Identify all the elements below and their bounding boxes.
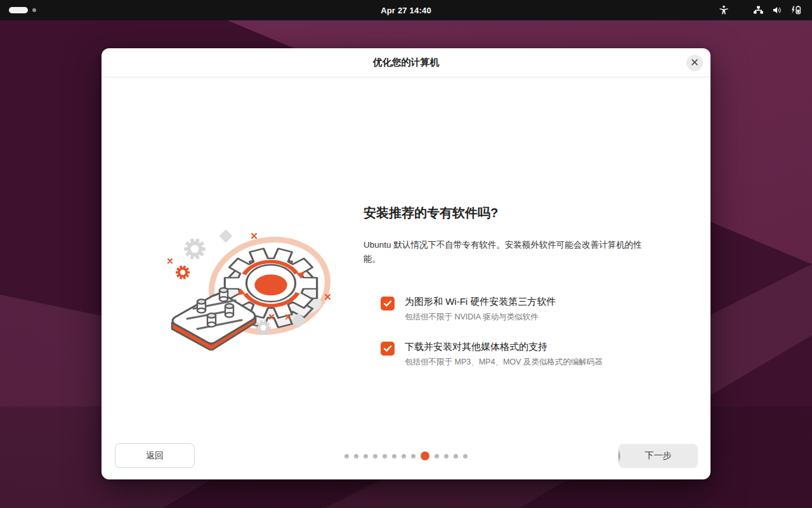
battery-charging-icon[interactable] [787, 0, 806, 20]
page-dot [463, 454, 468, 458]
page-dot [383, 454, 387, 458]
page-dot [363, 454, 368, 458]
option-sublabel: 包括但不限于 MP3、MP4、MOV 及类似格式的编解码器 [405, 357, 603, 368]
options-list: 为图形和 Wi-Fi 硬件安装第三方软件 包括但不限于 NVIDIA 驱动与类似… [381, 296, 655, 368]
next-button[interactable]: 下一步 [619, 444, 698, 468]
window-title: 优化您的计算机 [373, 57, 440, 69]
installer-window: 优化您的计算机 [102, 48, 710, 479]
page-dot [454, 454, 458, 458]
option-sublabel: 包括但不限于 NVIDIA 驱动与类似软件 [405, 312, 556, 323]
page-heading: 安装推荐的专有软件吗? [363, 204, 655, 222]
network-wired-icon[interactable] [749, 0, 768, 20]
option-media-formats[interactable]: 下载并安装对其他媒体格式的支持 包括但不限于 MP3、MP4、MOV 及类似格式… [381, 341, 655, 368]
clock[interactable]: Apr 27 14:40 [381, 6, 431, 15]
checkmark-icon [383, 300, 392, 307]
system-status-area[interactable] [714, 0, 806, 20]
page-dot [402, 454, 406, 458]
option-third-party-drivers[interactable]: 为图形和 Wi-Fi 硬件安装第三方软件 包括但不限于 NVIDIA 驱动与类似… [381, 296, 655, 323]
option-text: 下载并安装对其他媒体格式的支持 包括但不限于 MP3、MP4、MOV 及类似格式… [405, 341, 603, 368]
workspace-dot[interactable] [32, 8, 36, 12]
close-icon [691, 58, 698, 68]
page-dot [435, 454, 439, 458]
page-text-column: 安装推荐的专有软件吗? Ubuntu 默认情况下不自带专有软件。安装额外软件可能… [363, 204, 655, 368]
workspace-indicator[interactable] [9, 7, 36, 13]
page-description: Ubuntu 默认情况下不自带专有软件。安装额外软件可能会改善计算机的性能。 [363, 238, 650, 265]
page-dot [444, 454, 449, 458]
page-dot [354, 454, 358, 458]
close-button[interactable] [686, 55, 703, 71]
page-dot [411, 454, 416, 458]
active-workspace-pill[interactable] [9, 7, 28, 13]
option-text: 为图形和 Wi-Fi 硬件安装第三方软件 包括但不限于 NVIDIA 驱动与类似… [405, 296, 556, 323]
checkbox-media-formats[interactable] [381, 342, 395, 356]
checkmark-icon [383, 345, 392, 352]
option-label: 下载并安装对其他媒体格式的支持 [405, 341, 603, 353]
window-titlebar[interactable]: 优化您的计算机 [102, 48, 710, 77]
page-dot [344, 454, 349, 458]
page-content: 安装推荐的专有软件吗? Ubuntu 默认情况下不自带专有软件。安装额外软件可能… [102, 77, 710, 434]
page-dot [392, 454, 396, 458]
back-button[interactable]: 返回 [115, 443, 195, 468]
volume-icon[interactable] [768, 0, 787, 20]
next-button-label: 下一步 [645, 450, 672, 460]
wizard-footer: 返回 下一步 [102, 435, 710, 479]
page-dots [344, 451, 468, 460]
option-label: 为图形和 Wi-Fi 硬件安装第三方软件 [405, 296, 556, 308]
page-dot [373, 454, 377, 458]
page-dot-active [421, 451, 429, 460]
checkbox-third-party-drivers[interactable] [381, 297, 395, 311]
accessibility-icon[interactable] [714, 0, 733, 20]
gear-sliders-illustration [159, 224, 343, 351]
gnome-top-bar: Apr 27 14:40 [0, 0, 812, 20]
